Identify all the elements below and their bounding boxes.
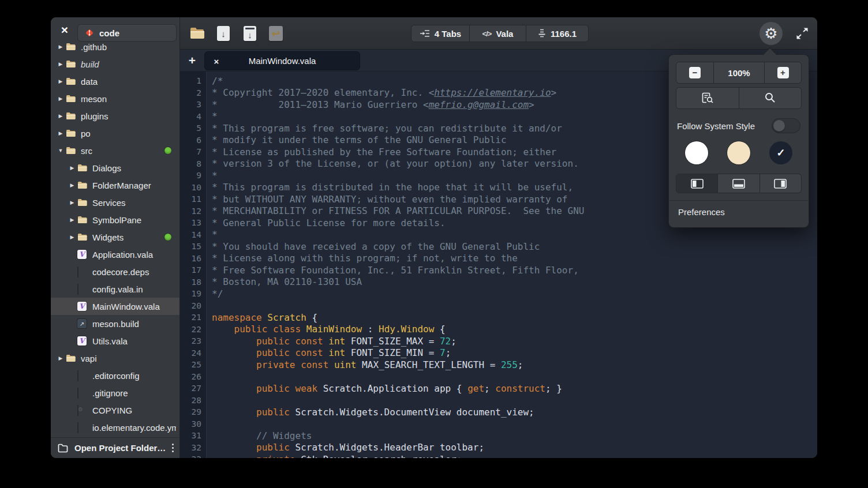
code-line[interactable]: 17* Free Software Foundation, Inc., 51 F…	[180, 264, 817, 276]
zoom-in-button[interactable]: +	[764, 62, 801, 83]
revert-button[interactable]: ↩	[267, 25, 285, 42]
sidebar-item-application-vala[interactable]: VApplication.vala	[51, 246, 179, 263]
code-line[interactable]: 33 private Gtk.Revealer search_revealer;	[180, 453, 817, 458]
expander-right-icon[interactable]: ▶	[67, 217, 77, 223]
sidebar-item-vapi[interactable]: ▶vapi	[51, 350, 179, 367]
code-line[interactable]: 29 public Scratch.Widgets.DocumentView d…	[180, 406, 817, 418]
sidebar-item-plugins[interactable]: ▶plugins	[51, 107, 179, 125]
code-line[interactable]: 27 public weak Scratch.Application app {…	[180, 382, 817, 395]
code-line[interactable]: 28	[180, 395, 817, 407]
code-text: /*	[207, 76, 223, 87]
line-number: 1	[180, 76, 207, 85]
save-as-button[interactable]: ↓	[241, 25, 259, 42]
expander-right-icon[interactable]: ▶	[67, 165, 77, 171]
sidebar-item-widgets[interactable]: ▶Widgets	[51, 228, 179, 246]
sidebar-item-services[interactable]: ▶Services	[51, 194, 179, 211]
vala-file-icon: V	[77, 336, 88, 346]
sidebar-item-copying[interactable]: COPYING	[51, 401, 179, 419]
line-number: 32	[180, 443, 207, 452]
expander-right-icon[interactable]: ▶	[67, 182, 77, 188]
doc-file-icon	[77, 284, 88, 294]
sidebar-item-src[interactable]: ▼src	[51, 142, 179, 159]
tab-mainwindow-vala[interactable]: × MainWindow.vala	[204, 51, 360, 70]
sidebar-item-codecore-deps[interactable]: codecore.deps	[51, 263, 179, 280]
sidebar-item-label: SymbolPane	[92, 215, 176, 225]
sidebar-item-meson[interactable]: ▶meson	[51, 90, 179, 107]
code-line[interactable]: 20	[180, 300, 817, 312]
doc-file-icon	[77, 371, 88, 380]
code-line[interactable]: 26	[180, 371, 817, 383]
style-sepia-button[interactable]	[727, 141, 750, 164]
toggle-right-panel-button[interactable]	[760, 174, 801, 193]
save-file-button[interactable]: ↓	[215, 25, 232, 42]
expander-right-icon[interactable]: ▶	[55, 96, 66, 102]
sidebar-item-build[interactable]: ▶build	[51, 55, 179, 73]
folder-icon	[77, 198, 88, 207]
expander-right-icon[interactable]: ▶	[55, 130, 66, 136]
code-line[interactable]: 22 public class MainWindow : Hdy.Window …	[180, 324, 817, 336]
code-line[interactable]: 15* You should have received a copy of t…	[180, 241, 817, 253]
toggle-bottom-panel-button[interactable]	[717, 174, 759, 193]
search-button-group	[676, 87, 802, 109]
toggle-left-panel-button[interactable]	[676, 174, 717, 193]
style-dark-button[interactable]: ✓	[769, 141, 792, 164]
sidebar-item-label: COPYING	[92, 406, 176, 415]
code-line[interactable]: 31 // Widgets	[180, 430, 817, 442]
fullscreen-button[interactable]	[795, 26, 811, 41]
new-tab-button[interactable]: +	[184, 52, 201, 69]
expander-right-icon[interactable]: ▶	[67, 234, 77, 240]
language-mode-button[interactable]: </> Vala	[469, 25, 526, 42]
settings-gear-button[interactable]: ⚙	[760, 22, 783, 45]
cursor-position-button[interactable]: 1166.1	[526, 25, 588, 42]
find-button[interactable]	[739, 88, 802, 108]
window-close-button[interactable]: ×	[57, 22, 73, 38]
save-icon: ↓	[217, 26, 230, 41]
document-search-icon	[701, 92, 714, 104]
sidebar-item-mainwindow-vala[interactable]: VMainWindow.vala	[51, 298, 179, 315]
preferences-menu-item[interactable]: Preferences	[676, 201, 802, 224]
code-line[interactable]: 21namespace Scratch {	[180, 311, 817, 324]
code-line[interactable]: 32 public Scratch.Widgets.HeaderBar tool…	[180, 442, 817, 454]
sidebar-item--editorconfig[interactable]: .editorconfig	[51, 367, 179, 384]
zoom-level-button[interactable]: 100%	[713, 62, 764, 83]
open-file-button[interactable]	[189, 25, 206, 42]
sidebar-item-label: po	[81, 129, 176, 138]
sidebar-item-utils-vala[interactable]: VUtils.vala	[51, 332, 179, 350]
code-line[interactable]: 16* License along with this program; if …	[180, 253, 817, 265]
find-in-project-button[interactable]	[676, 88, 739, 108]
sidebar-item-label: config.vala.in	[92, 284, 176, 294]
expander-right-icon[interactable]: ▶	[55, 44, 66, 50]
sidebar-item-data[interactable]: ▶data	[51, 73, 179, 90]
style-light-button[interactable]	[685, 141, 708, 164]
tab-title: MainWindow.vala	[205, 52, 360, 70]
sidebar-item-label: src	[81, 146, 164, 156]
zoom-out-button[interactable]: −	[676, 62, 713, 83]
tabs-overview-button[interactable]: 4 Tabs	[411, 25, 469, 42]
expander-down-icon[interactable]: ▼	[55, 148, 66, 153]
sidebar-item-symbolpane[interactable]: ▶SymbolPane	[51, 211, 179, 228]
expander-right-icon[interactable]: ▶	[55, 78, 66, 84]
sidebar-item-dialogs[interactable]: ▶Dialogs	[51, 159, 179, 177]
code-line[interactable]: 19*/	[180, 288, 817, 300]
project-chooser-button[interactable]: code	[77, 24, 177, 42]
code-line[interactable]: 14*	[180, 229, 817, 241]
code-line[interactable]: 18* Boston, MA 02110-1301 USA	[180, 276, 817, 288]
code-line[interactable]: 23 public const int FONT_SIZE_MAX = 72;	[180, 335, 817, 347]
expander-right-icon[interactable]: ▶	[67, 200, 77, 205]
sidebar-item-config-vala-in[interactable]: config.vala.in	[51, 280, 179, 298]
code-line[interactable]: 25 private const uint MAX_SEARCH_TEXT_LE…	[180, 359, 817, 371]
project-menu-kebab-icon[interactable]	[171, 441, 175, 455]
code-line[interactable]: 30	[180, 418, 817, 430]
sidebar-item-meson-build[interactable]: ↗meson.build	[51, 315, 179, 332]
sidebar-item-foldermanager[interactable]: ▶FolderManager	[51, 177, 179, 194]
sidebar-item--gitignore[interactable]: .gitignore	[51, 384, 179, 401]
expander-right-icon[interactable]: ▶	[55, 355, 66, 361]
expander-right-icon[interactable]: ▶	[55, 61, 66, 67]
expander-right-icon[interactable]: ▶	[55, 113, 66, 119]
open-project-folder-button[interactable]: Open Project Folder…	[51, 437, 179, 458]
code-line[interactable]: 24 public const int FONT_SIZE_MIN = 7;	[180, 347, 817, 359]
code-text: // Widgets	[207, 430, 312, 441]
sidebar-item-po[interactable]: ▶po	[51, 125, 179, 142]
follow-system-style-toggle[interactable]	[772, 118, 800, 133]
sidebar-item-io-elementary-code-yml[interactable]: io.elementary.code.yml	[51, 419, 179, 436]
